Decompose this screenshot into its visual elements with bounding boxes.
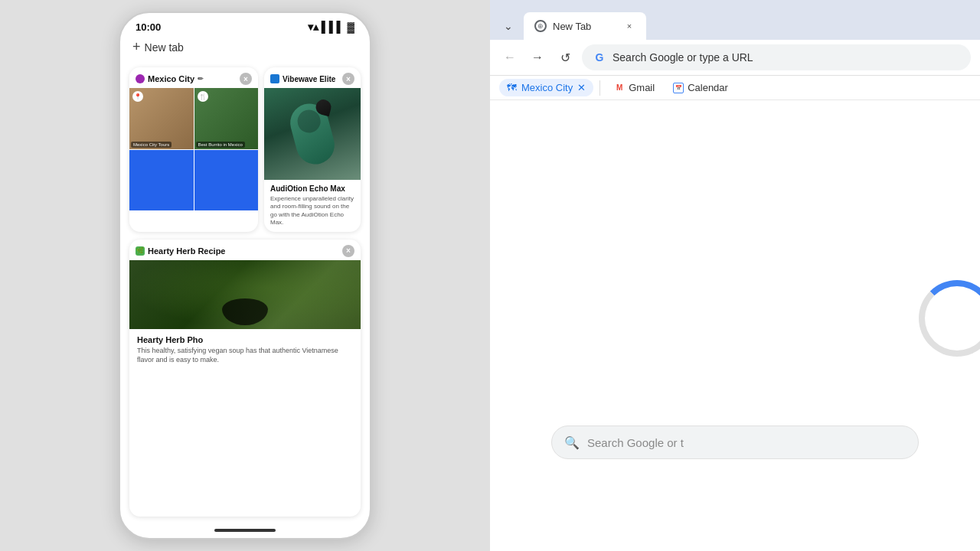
phone-content: Mexico City ✏ × 📍 Mexico City Tours 🍴 Be…: [120, 61, 370, 523]
mexico-city-bookmark-emoji: 🗺: [507, 82, 517, 93]
phone-time: 10:00: [136, 21, 161, 33]
mexico-img-1: 📍 Mexico City Tours: [129, 88, 194, 149]
phone-toolbar: + New tab: [120, 36, 370, 61]
herb-dish-name: Hearty Herb Pho: [129, 329, 361, 346]
new-tab-button[interactable]: + New tab: [132, 39, 184, 55]
back-button[interactable]: ←: [499, 47, 521, 68]
mexico-card-header: Mexico City ✏ ×: [129, 67, 258, 88]
bookmark-mexico-city[interactable]: 🗺 Mexico City ✕: [499, 79, 593, 96]
vibewave-product-name: AudiOtion Echo Max: [270, 184, 354, 193]
phone: 10:00 ▾▴ ▌▌▌ ▓ + New tab: [119, 11, 371, 540]
edit-icon: ✏: [198, 75, 204, 83]
mexico-city-chip-close[interactable]: ✕: [577, 82, 586, 93]
mexico-title-row: Mexico City ✏: [136, 74, 204, 83]
battery-icon: ▓: [348, 21, 354, 33]
gmail-label: Gmail: [629, 82, 655, 93]
vibewave-speaker: [286, 99, 338, 168]
bookmarks-bar: 🗺 Mexico City ✕ M Gmail 📅 Calendar: [490, 76, 980, 100]
img1-label: Mexico City Tours: [131, 142, 172, 148]
bookmark-calendar[interactable]: 📅 Calendar: [665, 79, 736, 96]
phone-wrapper: 10:00 ▾▴ ▌▌▌ ▓ + New tab: [0, 0, 490, 551]
img2-label: Best Burrito in Mexico: [196, 142, 245, 148]
chevron-down-icon: ⌄: [504, 20, 513, 32]
mexico-close-button[interactable]: ×: [240, 73, 252, 85]
address-bar-text: Search Google or type a URL: [612, 51, 960, 64]
browser-toolbar: ← → ↺ G Search Google or type a URL: [490, 40, 980, 76]
vibewave-close-button[interactable]: ×: [342, 73, 354, 85]
bookmark-gmail[interactable]: M Gmail: [606, 79, 662, 96]
tab-label: New Tab: [553, 21, 617, 32]
search-placeholder: Search Google or t: [587, 436, 684, 449]
location-icon: 📍: [132, 91, 143, 102]
vibewave-product-image: [264, 88, 361, 180]
reload-button[interactable]: ↺: [554, 47, 576, 68]
address-bar[interactable]: G Search Google or type a URL: [582, 44, 971, 70]
google-g-logo: G: [593, 51, 606, 64]
mexico-img-3: [129, 150, 194, 211]
mexico-images: 📍 Mexico City Tours 🍴 Best Burrito in Me…: [129, 88, 258, 210]
mexico-favicon: [136, 74, 145, 83]
mexico-title: Mexico City: [148, 74, 194, 83]
desktop-browser: ⌄ ⊕ New Tab × ← → ↺ G Search Google or t…: [490, 0, 980, 551]
herb-dish-description: This healthy, satisfying vegan soup has …: [129, 346, 361, 373]
tab-expand-button[interactable]: ⌄: [496, 12, 521, 40]
mexico-img-4: [194, 150, 259, 211]
herb-close-button[interactable]: ×: [342, 245, 354, 257]
vibewave-title: Vibewave Elite: [283, 75, 335, 83]
calendar-label: Calendar: [688, 82, 728, 93]
tab-card-hearty-herb[interactable]: 🌿 Hearty Herb Recipe × Hearty Herb Pho T…: [129, 240, 361, 517]
new-tab-content: 🔍 Search Google or t: [490, 100, 980, 551]
home-indicator: [214, 529, 276, 532]
vibewave-card-header: Vibewave Elite ×: [264, 67, 361, 88]
loading-spinner: [919, 280, 980, 357]
vibewave-favicon: [270, 74, 279, 83]
vibewave-product-description: Experience unparalleled clarity and room…: [270, 195, 354, 227]
close-icon: ×: [627, 21, 632, 31]
mexico-city-bookmark-label: Mexico City: [521, 82, 573, 93]
back-icon: ←: [504, 51, 516, 64]
reload-icon: ↺: [560, 51, 570, 65]
vibewave-title-row: Vibewave Elite: [270, 74, 335, 83]
g-letter: G: [596, 51, 604, 64]
tab-card-vibewave[interactable]: Vibewave Elite × AudiOtion Echo Max Expe…: [264, 67, 361, 232]
new-tab-label: New tab: [145, 41, 184, 54]
herb-title: Hearty Herb Recipe: [148, 246, 226, 256]
phone-status-bar: 10:00 ▾▴ ▌▌▌ ▓: [120, 13, 370, 36]
tab-globe-icon: ⊕: [534, 20, 547, 32]
vibewave-text: AudiOtion Echo Max Experience unparallel…: [264, 180, 361, 232]
browser-tab-new[interactable]: ⊕ New Tab ×: [524, 12, 646, 40]
tab-row-1: Mexico City ✏ × 📍 Mexico City Tours 🍴 Be…: [129, 67, 361, 232]
bookmark-separator: [599, 80, 600, 96]
gmail-icon: M: [614, 83, 625, 93]
herb-card-header: 🌿 Hearty Herb Recipe ×: [129, 240, 361, 260]
tab-card-mexico-city[interactable]: Mexico City ✏ × 📍 Mexico City Tours 🍴 Be…: [129, 67, 258, 232]
mexico-img-2: 🍴 Best Burrito in Mexico: [194, 88, 259, 149]
plus-icon: +: [132, 39, 141, 55]
desktop-search-box[interactable]: 🔍 Search Google or t: [551, 425, 919, 459]
calendar-icon: 📅: [673, 83, 684, 93]
status-icons: ▾▴ ▌▌▌ ▓: [308, 21, 354, 33]
signal-icon: ▌▌▌: [322, 21, 345, 33]
wifi-icon: ▾▴: [308, 21, 318, 33]
browser-tab-bar: ⌄ ⊕ New Tab ×: [490, 0, 980, 40]
fork-icon: 🍴: [198, 91, 208, 102]
herb-image: [129, 260, 361, 329]
tab-close-button[interactable]: ×: [623, 20, 635, 32]
forward-button[interactable]: →: [527, 47, 548, 68]
search-icon: 🔍: [564, 435, 580, 450]
herb-title-row: 🌿 Hearty Herb Recipe: [136, 246, 226, 256]
phone-bottom: [120, 523, 370, 538]
herb-favicon: 🌿: [136, 246, 145, 256]
forward-icon: →: [531, 51, 544, 64]
